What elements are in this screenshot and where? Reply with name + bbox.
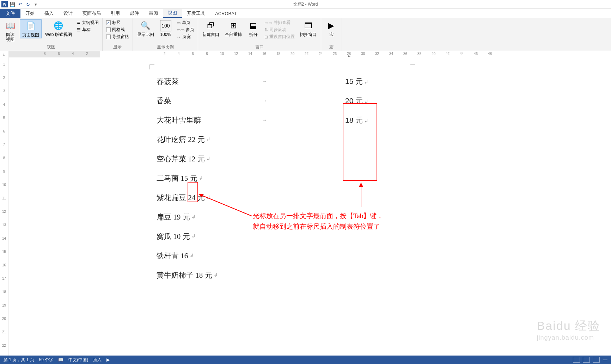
web-layout-mode-button[interactable] bbox=[593, 357, 600, 363]
doc-line-tabbed[interactable]: 春菠菜→15 元↲ bbox=[157, 72, 375, 91]
margin-crop-tr bbox=[410, 64, 415, 69]
horizontal-ruler[interactable]: ∟ 86422468101214161820222426283032343638… bbox=[8, 51, 611, 57]
macros-button[interactable]: ▶ 宏 bbox=[323, 19, 340, 38]
paragraph-mark-icon: ↲ bbox=[206, 136, 210, 142]
paragraph-mark-icon: ↲ bbox=[191, 214, 196, 220]
status-mode[interactable]: 插入 bbox=[93, 357, 102, 363]
reset-position-button[interactable]: ⊡重设窗口位置 bbox=[263, 33, 296, 40]
vertical-ruler[interactable]: 12345678910111213141516171819202122 bbox=[0, 57, 8, 356]
side-by-side-button[interactable]: ▭▭并排查看 bbox=[263, 19, 296, 26]
doc-line-inline[interactable]: 铁杆青 16↲ bbox=[157, 246, 375, 265]
annotation-line-1: 光标放在另一排文字最前面，按【Tab】键， bbox=[253, 211, 383, 221]
ribbon: 📖 阅读 视图 📄 页面视图 🌐 Web 版式视图 ≣大纲视图 ☰草稿 视图 标… bbox=[0, 18, 611, 51]
paragraph-mark-icon: ↲ bbox=[190, 253, 194, 259]
print-layout-button[interactable]: 📄 页面视图 bbox=[20, 19, 42, 38]
status-page[interactable]: 第 1 页，共 1 页 bbox=[4, 357, 34, 363]
web-layout-button[interactable]: 🌐 Web 版式视图 bbox=[43, 19, 74, 38]
split-button[interactable]: ⬓ 拆分 bbox=[245, 19, 262, 38]
one-page-icon: ▭ bbox=[177, 20, 181, 25]
ruler-label: 标尺 bbox=[112, 20, 121, 26]
read-view-button[interactable]: 📖 阅读 视图 bbox=[2, 19, 18, 43]
item-text: 花叶疙瘩 22 元 bbox=[157, 135, 205, 144]
document-body[interactable]: 春菠菜→15 元↲香菜→20 元↲大花叶雪里蕻→18 元↲花叶疙瘩 22 元↲空… bbox=[157, 72, 375, 285]
quick-access-toolbar: W 💾 ↶ ↻ ▾ bbox=[0, 1, 39, 7]
tab-layout[interactable]: 页面布局 bbox=[78, 9, 106, 18]
status-wordcount[interactable]: 59 个字 bbox=[39, 357, 54, 363]
tab-design[interactable]: 设计 bbox=[59, 9, 78, 18]
page-width-button[interactable]: ↔页宽 bbox=[175, 33, 196, 40]
doc-line-inline[interactable]: 黄牛奶柿子 18 元↲ bbox=[157, 265, 375, 285]
status-proofing-icon[interactable]: 📖 bbox=[58, 357, 63, 362]
switch-window-button[interactable]: 🗔 切换窗口 bbox=[298, 19, 319, 38]
document-canvas[interactable]: 春菠菜→15 元↲香菜→20 元↲大花叶雪里蕻→18 元↲花叶疙瘩 22 元↲空… bbox=[8, 57, 611, 356]
zoom-100-icon: 100 bbox=[160, 20, 171, 31]
multi-page-button[interactable]: ▭▭多页 bbox=[175, 26, 196, 33]
tab-review[interactable]: 审阅 bbox=[144, 9, 163, 18]
group-show: 标尺 网格线 导航窗格 显示 bbox=[103, 18, 133, 51]
outline-label: 大纲视图 bbox=[82, 20, 99, 26]
paragraph-mark-icon: ↲ bbox=[206, 156, 210, 162]
multi-page-icon: ▭▭ bbox=[177, 27, 184, 32]
save-button[interactable]: 💾 bbox=[9, 1, 16, 7]
zoom-icon: 🔍 bbox=[140, 20, 151, 31]
switch-window-label: 切换窗口 bbox=[300, 32, 317, 37]
tab-home[interactable]: 开始 bbox=[20, 9, 39, 18]
tab-references[interactable]: 引用 bbox=[106, 9, 125, 18]
new-window-icon: 🗗 bbox=[205, 20, 216, 31]
group-window: 🗗 新建窗口 ⊞ 全部重排 ⬓ 拆分 ▭▭并排查看 ⇅同步滚动 ⊡重设窗口位置 … bbox=[198, 18, 321, 51]
zoom-out-button[interactable]: −− bbox=[603, 357, 607, 362]
read-mode-button[interactable] bbox=[573, 357, 580, 363]
tab-acrobat[interactable]: ACROBAT bbox=[210, 9, 242, 18]
qat-customize-dropdown[interactable]: ▾ bbox=[32, 1, 39, 7]
sync-scroll-button[interactable]: ⇅同步滚动 bbox=[263, 26, 296, 33]
item-text: 黄牛奶柿子 18 元 bbox=[157, 270, 212, 280]
tab-file[interactable]: 文件 bbox=[0, 9, 20, 18]
doc-line-inline[interactable]: 花叶疙瘩 22 元↲ bbox=[157, 130, 375, 149]
undo-button[interactable]: ↶ bbox=[17, 1, 23, 7]
macros-icon: ▶ bbox=[326, 20, 337, 31]
split-icon: ⬓ bbox=[248, 20, 259, 31]
tab-selector[interactable]: ∟ bbox=[0, 51, 8, 57]
zoom-100-button[interactable]: 100 100% bbox=[158, 19, 174, 38]
redo-button[interactable]: ↻ bbox=[25, 1, 31, 7]
read-view-icon: 📖 bbox=[5, 20, 16, 31]
new-window-button[interactable]: 🗗 新建窗口 bbox=[200, 19, 221, 38]
navpane-checkbox[interactable]: 导航窗格 bbox=[105, 33, 130, 40]
tab-arrow-icon: → bbox=[262, 117, 267, 123]
title-bar: W 💾 ↶ ↻ ▾ 文档2 - Word bbox=[0, 0, 611, 9]
tab-arrow-icon: → bbox=[262, 79, 267, 84]
doc-line-inline[interactable]: 空心芹菜 12 元↲ bbox=[157, 149, 375, 168]
annotation-text: 光标放在另一排文字最前面，按【Tab】键， 就自动移到之前在标尺插入的制表符位置… bbox=[253, 211, 383, 232]
paragraph-mark-icon: ↲ bbox=[199, 175, 203, 181]
draft-view-button[interactable]: ☰草稿 bbox=[75, 26, 100, 33]
zoom-button[interactable]: 🔍 显示比例 bbox=[135, 19, 156, 38]
zoom-100-label: 100% bbox=[160, 32, 171, 37]
tab-view[interactable]: 视图 bbox=[163, 9, 182, 18]
checkbox-icon bbox=[106, 27, 111, 32]
print-layout-icon: 📄 bbox=[25, 20, 36, 32]
tab-mailings[interactable]: 邮件 bbox=[125, 9, 144, 18]
arrange-all-button[interactable]: ⊞ 全部重排 bbox=[223, 19, 244, 38]
ruler-checkbox[interactable]: 标尺 bbox=[105, 19, 130, 26]
doc-line-tabbed[interactable]: 大花叶雪里蕻→18 元↲ bbox=[157, 110, 375, 130]
page-width-label: 页宽 bbox=[182, 34, 191, 40]
one-page-button[interactable]: ▭单页 bbox=[175, 19, 196, 26]
doc-line-tabbed[interactable]: 香菜→20 元↲ bbox=[157, 91, 375, 110]
status-macro-icon[interactable]: ▶ bbox=[106, 357, 110, 362]
paragraph-mark-icon: ↲ bbox=[214, 272, 218, 278]
zoom-label: 显示比例 bbox=[137, 32, 154, 37]
tab-dev[interactable]: 开发工具 bbox=[182, 9, 210, 18]
annotation-box-cursor bbox=[188, 182, 198, 202]
item-text: 扁豆 19 元 bbox=[157, 212, 190, 222]
print-layout-mode-button[interactable] bbox=[583, 357, 590, 363]
tab-insert[interactable]: 插入 bbox=[39, 9, 59, 18]
item-name: 香菜 bbox=[157, 96, 188, 106]
group-window-label: 窗口 bbox=[200, 44, 319, 50]
group-zoom-label: 显示比例 bbox=[135, 44, 196, 50]
status-language[interactable]: 中文(中国) bbox=[68, 357, 88, 363]
group-show-label: 显示 bbox=[105, 44, 130, 50]
one-page-label: 单页 bbox=[182, 20, 190, 26]
gridlines-checkbox[interactable]: 网格线 bbox=[105, 26, 130, 33]
outline-view-button[interactable]: ≣大纲视图 bbox=[75, 19, 100, 26]
side-by-side-icon: ▭▭ bbox=[264, 20, 272, 25]
